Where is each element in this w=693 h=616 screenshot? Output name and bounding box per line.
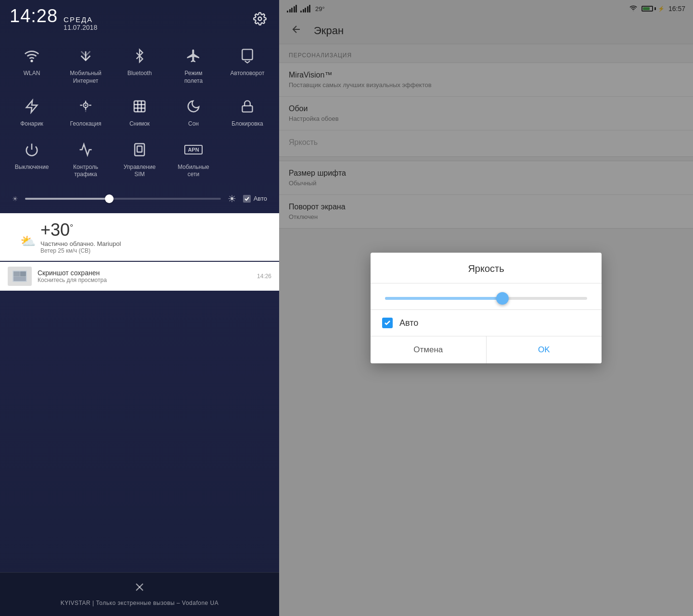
- toggle-traffic[interactable]: Контрольтрафика: [59, 134, 113, 184]
- toggle-airplane[interactable]: Режимполета: [167, 40, 220, 90]
- weather-icon: 🌤 ⛅: [8, 225, 34, 249]
- toggle-flashlight-label: Фонарик: [20, 120, 43, 128]
- airplane-icon: [183, 46, 204, 66]
- toggle-sleep[interactable]: Сон: [167, 90, 220, 134]
- time-block: 14:28 СРЕДА 11.07.2018: [10, 6, 97, 31]
- svg-rect-23: [13, 271, 20, 276]
- sleep-icon: [183, 96, 204, 116]
- toggle-screenshot[interactable]: Снимок: [113, 90, 167, 134]
- brightness-dialog: Яркость Авто Отмена OK: [371, 253, 602, 363]
- toggle-mobile-label: МобильныйИнтернет: [70, 70, 102, 85]
- svg-rect-20: [137, 146, 142, 152]
- screenshot-subtitle: Коснитесь для просмотра: [38, 277, 251, 283]
- slider-fill: [385, 297, 506, 300]
- screenshot-notification[interactable]: Скриншот сохранен Коснитесь для просмотр…: [0, 262, 279, 291]
- notification-shade: 14:28 СРЕДА 11.07.2018 WLAN: [0, 0, 279, 616]
- lock-icon: [237, 96, 257, 116]
- dialog-overlay: Яркость Авто Отмена OK: [279, 0, 693, 616]
- brightness-high-icon: ☀: [228, 193, 236, 205]
- dialog-slider-area: [371, 283, 602, 310]
- screenshot-info: Скриншот сохранен Коснитесь для просмотр…: [38, 269, 251, 283]
- weather-wind: Ветер 25 км/ч (СВ): [40, 247, 121, 254]
- svg-point-1: [31, 60, 33, 62]
- screenshot-time: 14:26: [257, 273, 271, 280]
- toggle-lock[interactable]: Блокировка: [220, 90, 274, 134]
- toggle-mobile-data[interactable]: МобильныйИнтернет: [59, 40, 113, 90]
- toggle-wlan-label: WLAN: [24, 70, 40, 77]
- brightness-dialog-slider[interactable]: [385, 297, 587, 300]
- settings-screen: 29° ⚡ 16:57: [279, 0, 693, 616]
- bottom-bar: KYIVSTAR | Только экстренные вызовы – Vo…: [0, 572, 279, 616]
- svg-rect-12: [134, 101, 145, 112]
- toggle-airplane-label: Режимполета: [184, 70, 203, 85]
- toggle-geolocation-label: Геолокация: [70, 120, 102, 128]
- dialog-title: Яркость: [371, 253, 602, 283]
- power-icon: [22, 140, 42, 160]
- toggle-bluetooth-label: Bluetooth: [128, 70, 152, 77]
- svg-rect-25: [13, 277, 26, 281]
- quick-toggles-grid: WLAN МобильныйИнтернет Bluetooth: [0, 35, 279, 189]
- mobile-data-icon: [76, 46, 96, 66]
- svg-rect-24: [20, 271, 26, 276]
- apn-icon: APN: [183, 140, 204, 160]
- svg-rect-3: [242, 50, 252, 60]
- wifi-icon: [22, 46, 42, 66]
- toggle-sim-label: УправлениеSIM: [124, 164, 156, 179]
- toggle-autorotate-label: Автоповорот: [231, 70, 265, 77]
- brightness-low-icon: ☀: [12, 195, 18, 203]
- weather-info: +30 ° Частично облачно. Mariupol Ветер 2…: [40, 220, 121, 254]
- flashlight-icon: [22, 96, 42, 116]
- brightness-slider[interactable]: [25, 198, 221, 200]
- date-block: СРЕДА 11.07.2018: [64, 15, 97, 31]
- day-name: СРЕДА: [64, 15, 97, 24]
- toggle-autorotate[interactable]: Автоповорот: [220, 40, 274, 90]
- toggle-flashlight[interactable]: Фонарик: [5, 90, 59, 134]
- dialog-cancel-button[interactable]: Отмена: [371, 336, 487, 363]
- dialog-auto-checkbox[interactable]: [382, 318, 393, 328]
- settings-button[interactable]: [250, 9, 270, 28]
- toggle-geolocation[interactable]: Геолокация: [59, 90, 113, 134]
- status-bar-left: 14:28 СРЕДА 11.07.2018: [0, 0, 279, 35]
- toggle-sleep-label: Сон: [188, 120, 199, 128]
- toggle-power[interactable]: Выключение: [5, 134, 59, 184]
- svg-marker-4: [26, 101, 38, 113]
- dismiss-area[interactable]: [10, 580, 270, 596]
- traffic-icon: [76, 140, 96, 160]
- weather-description: Частично облачно. Mariupol: [40, 240, 121, 247]
- svg-rect-17: [243, 106, 253, 112]
- weather-degree: °: [70, 223, 73, 233]
- toggle-traffic-label: Контрольтрафика: [73, 164, 98, 179]
- toggle-power-label: Выключение: [15, 164, 49, 171]
- brightness-auto-checkbox[interactable]: [243, 195, 251, 203]
- screenshot-title: Скриншот сохранен: [38, 269, 251, 277]
- toggle-apn[interactable]: APN Мобильныесети: [167, 134, 220, 184]
- dialog-auto-label: Авто: [399, 318, 418, 328]
- autorotate-icon: [237, 46, 257, 66]
- dialog-ok-button[interactable]: OK: [487, 336, 602, 363]
- sim-icon: [129, 140, 150, 160]
- weather-notification[interactable]: 🌤 ⛅ +30 ° Частично облачно. Mariupol Вет…: [0, 213, 279, 261]
- dialog-auto-row: Авто: [371, 310, 602, 336]
- slider-thumb[interactable]: [496, 292, 509, 305]
- brightness-auto-row: Авто: [243, 195, 267, 203]
- toggle-apn-label: Мобильныесети: [178, 164, 209, 179]
- clock-display: 14:28: [10, 6, 58, 26]
- bluetooth-icon: [129, 46, 150, 66]
- date-string: 11.07.2018: [64, 24, 97, 31]
- brightness-auto-label: Авто: [254, 195, 267, 202]
- svg-point-0: [258, 17, 262, 20]
- dialog-buttons: Отмена OK: [371, 336, 602, 363]
- toggle-sim[interactable]: УправлениеSIM: [113, 134, 167, 184]
- toggle-bluetooth[interactable]: Bluetooth: [113, 40, 167, 90]
- svg-point-10: [85, 104, 87, 106]
- notifications-area: 🌤 ⛅ +30 ° Частично облачно. Mariupol Вет…: [0, 213, 279, 572]
- screenshot-icon: [129, 96, 150, 116]
- toggle-wlan[interactable]: WLAN: [5, 40, 59, 90]
- toggle-screenshot-label: Снимок: [129, 120, 150, 128]
- toggle-lock-label: Блокировка: [231, 120, 263, 128]
- geolocation-icon: [76, 96, 96, 116]
- weather-temp: +30: [40, 220, 70, 240]
- screenshot-thumbnail: [8, 267, 32, 286]
- carrier-text: KYIVSTAR | Только экстренные вызовы – Vo…: [10, 600, 270, 606]
